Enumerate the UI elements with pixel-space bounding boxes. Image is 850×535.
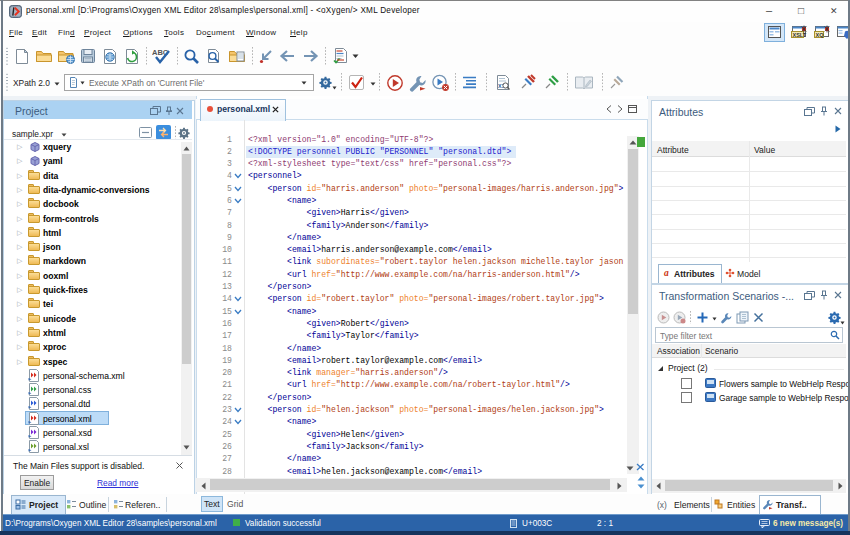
svg-text:XSLT: XSLT bbox=[793, 32, 807, 38]
svg-text:XQ: XQ bbox=[816, 32, 825, 38]
